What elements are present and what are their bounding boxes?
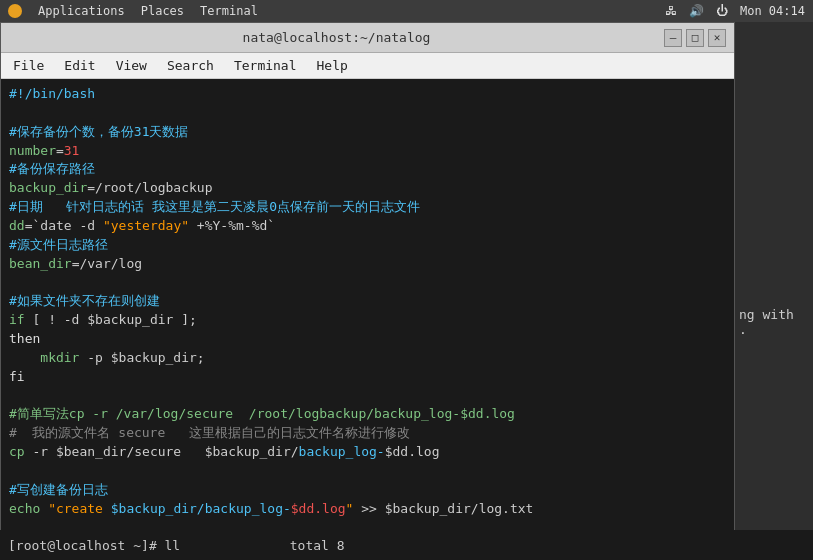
- line-backup-dir: backup_dir=/root/logbackup: [9, 179, 726, 198]
- terminal-window: nata@localhost:~/natalog – □ ✕ File Edit…: [0, 22, 735, 552]
- line-fi: fi: [9, 368, 726, 387]
- clock: Mon 04:14: [740, 4, 805, 18]
- menu-file[interactable]: File: [5, 56, 52, 75]
- line-bean-dir: bean_dir=/var/log: [9, 255, 726, 274]
- line-dd: dd=`date -d "yesterday" +%Y-%m-%d`: [9, 217, 726, 236]
- menu-help[interactable]: Help: [309, 56, 356, 75]
- terminal-menu[interactable]: Terminal: [200, 4, 258, 18]
- line-comment-6: #简单写法cp -r /var/log/secure /root/logback…: [9, 405, 726, 424]
- system-bar-left: Applications Places Terminal: [8, 4, 258, 18]
- network-icon: 🖧: [665, 4, 677, 18]
- line-blank-1: [9, 104, 726, 123]
- line-blank-4: [9, 462, 726, 481]
- line-comment-5: #如果文件夹不存在则创建: [9, 292, 726, 311]
- volume-icon: 🔊: [689, 4, 704, 18]
- line-comment-7: # 我的源文件名 secure 这里根据自己的日志文件名称进行修改: [9, 424, 726, 443]
- right-panel-text: ng with .: [735, 22, 813, 337]
- power-icon: ⏻: [716, 4, 728, 18]
- line-comment-2: #备份保存路径: [9, 160, 726, 179]
- line-comment-1: #保存备份个数，备份31天数据: [9, 123, 726, 142]
- system-bar: Applications Places Terminal 🖧 🔊 ⏻ Mon 0…: [0, 0, 813, 22]
- menu-edit[interactable]: Edit: [56, 56, 103, 75]
- line-comment-3: #日期 针对日志的话 我这里是第二天凌晨0点保存前一天的日志文件: [9, 198, 726, 217]
- line-echo: echo "create $backup_dir/backup_log-$dd.…: [9, 500, 726, 519]
- system-bar-right: 🖧 🔊 ⏻ Mon 04:14: [665, 4, 805, 18]
- minimize-button[interactable]: –: [664, 29, 682, 47]
- menu-search[interactable]: Search: [159, 56, 222, 75]
- right-panel: ng with .: [735, 22, 813, 552]
- line-if: if [ ! -d $backup_dir ];: [9, 311, 726, 330]
- places-menu[interactable]: Places: [141, 4, 184, 18]
- shell-prompt: [root@localhost ~]# ll total 8: [8, 538, 345, 553]
- line-comment-8: #写创建备份日志: [9, 481, 726, 500]
- line-number: number=31: [9, 142, 726, 161]
- line-1: #!/bin/bash: [9, 85, 726, 104]
- line-mkdir: mkdir -p $backup_dir;: [9, 349, 726, 368]
- window-title: nata@localhost:~/natalog: [9, 30, 664, 45]
- menu-view[interactable]: View: [108, 56, 155, 75]
- line-comment-4: #源文件日志路径: [9, 236, 726, 255]
- line-blank-3: [9, 387, 726, 406]
- maximize-button[interactable]: □: [686, 29, 704, 47]
- bottom-bar: [root@localhost ~]# ll total 8: [0, 530, 813, 560]
- window-controls[interactable]: – □ ✕: [664, 29, 726, 47]
- line-then: then: [9, 330, 726, 349]
- menu-terminal[interactable]: Terminal: [226, 56, 305, 75]
- terminal-content[interactable]: #!/bin/bash #保存备份个数，备份31天数据 number=31 #备…: [1, 79, 734, 551]
- line-cp: cp -r $bean_dir/secure $backup_dir/backu…: [9, 443, 726, 462]
- applications-menu[interactable]: Applications: [38, 4, 125, 18]
- menu-bar: File Edit View Search Terminal Help: [1, 53, 734, 79]
- title-bar: nata@localhost:~/natalog – □ ✕: [1, 23, 734, 53]
- app-icon: [8, 4, 22, 18]
- close-button[interactable]: ✕: [708, 29, 726, 47]
- line-blank-2: [9, 273, 726, 292]
